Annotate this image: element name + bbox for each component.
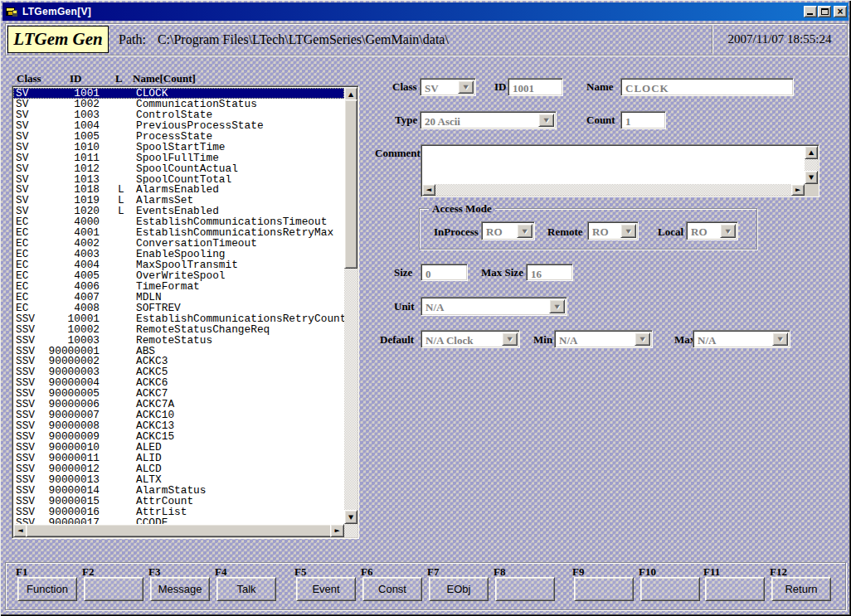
chevron-down-icon[interactable]: ▼ <box>635 332 650 346</box>
remote-combobox[interactable]: RO ▼ <box>587 221 639 240</box>
list-item[interactable]: SSV90000016AttrList <box>13 507 344 517</box>
list-item[interactable]: EC4007MDLN <box>13 292 344 303</box>
list-item[interactable]: SSV90000008ACKC13 <box>13 420 344 431</box>
list-item[interactable]: SV1019LAlarmsSet <box>13 195 344 206</box>
list-item[interactable]: SV1004PreviousProcessState <box>13 120 344 131</box>
list-item[interactable]: SSV90000012ALCD <box>13 463 344 474</box>
fkey-button-f10[interactable] <box>640 577 700 601</box>
chevron-down-icon[interactable]: ▼ <box>458 80 474 94</box>
list-item[interactable]: EC4001EstablishCommunicationsRetryMax <box>13 227 344 238</box>
list-item[interactable]: EC4008SOFTREV <box>13 303 344 313</box>
comment-vertical-scrollbar[interactable]: ▲ ▼ <box>805 146 818 184</box>
list-cell: ACKC5 <box>136 366 168 377</box>
scroll-right-icon[interactable]: ► <box>330 524 344 537</box>
vertical-scroll-thumb[interactable] <box>344 99 357 269</box>
list-item[interactable]: SSV90000014AlarmStatus <box>13 485 344 496</box>
min-combobox[interactable]: N/A ▼ <box>554 330 653 348</box>
chevron-down-icon[interactable]: ▼ <box>772 332 788 346</box>
list-item[interactable]: SSV90000001ABS <box>13 346 344 357</box>
list-item[interactable]: SSV10002RemoteStatusChangeReq <box>13 324 344 335</box>
list-item[interactable]: SSV90000005ACKC7 <box>13 388 344 399</box>
fkey-button-f6[interactable]: Const <box>362 577 422 601</box>
chevron-down-icon[interactable]: ▼ <box>620 224 636 238</box>
list-item[interactable]: EC4000EstablishCommunicationsTimeout <box>13 216 344 227</box>
type-combobox[interactable]: 20 Ascii ▼ <box>420 111 557 129</box>
list-item[interactable]: SV1001CLOCK <box>13 88 344 99</box>
list-item[interactable]: SV1005ProcessState <box>13 131 344 142</box>
list-item[interactable]: EC4006TimeFormat <box>13 281 344 292</box>
comment-horizontal-scrollbar[interactable]: ◄ ► <box>422 184 805 196</box>
list-cell: SSV <box>16 346 46 357</box>
fkey-button-f12[interactable]: Return <box>771 577 831 601</box>
close-button[interactable]: × <box>834 6 847 17</box>
list-item[interactable]: SSV10003RemoteStatus <box>13 335 344 346</box>
list-item[interactable]: EC4003EnableSpooling <box>13 249 344 259</box>
chevron-down-icon[interactable]: ▼ <box>549 299 565 313</box>
list-item[interactable]: SSV90000015AttrCount <box>13 496 344 507</box>
comment-text[interactable] <box>423 147 804 183</box>
variable-listbox[interactable]: SV1001CLOCKSV1002CommunicationStatusSV10… <box>12 85 359 539</box>
list-item[interactable]: SV1018LAlarmsEnabled <box>13 184 344 195</box>
list-horizontal-scrollbar[interactable]: ◄ ► <box>13 524 344 537</box>
list-item[interactable]: SSV90000003ACKC5 <box>13 366 344 377</box>
list-item[interactable]: SSV10001EstablishCommunicationsRetryCoun… <box>13 313 344 324</box>
chevron-down-icon[interactable]: ▼ <box>538 114 554 127</box>
inprocess-combobox[interactable]: RO ▼ <box>481 221 535 240</box>
list-cell: SSV <box>16 313 46 324</box>
unit-combobox[interactable]: N/A ▼ <box>421 297 567 316</box>
fkey-button-f1[interactable]: Function <box>17 577 77 601</box>
list-item[interactable]: SV1002CommunicationStatus <box>13 99 344 109</box>
list-item[interactable]: SSV90000002ACKC3 <box>13 356 344 366</box>
list-item[interactable]: SSV90000017CCODE <box>13 517 344 525</box>
class-combobox[interactable]: SV ▼ <box>420 78 476 96</box>
name-field[interactable]: CLOCK <box>620 78 794 96</box>
fkey-button-f9[interactable] <box>574 577 634 601</box>
list-item[interactable]: SV1003ControlState <box>13 109 344 120</box>
list-item[interactable]: SV1013SpoolCountTotal <box>13 174 344 185</box>
scroll-down-icon[interactable]: ▼ <box>805 171 818 184</box>
list-cell: 4001 <box>46 227 100 238</box>
list-item[interactable]: SV1011SpoolFullTime <box>13 153 344 163</box>
scroll-left-icon[interactable]: ◄ <box>422 184 435 196</box>
size-field[interactable]: 0 <box>421 264 468 281</box>
scroll-right-icon[interactable]: ► <box>791 184 805 196</box>
list-item[interactable]: EC4002ConversationTimeout <box>13 238 344 249</box>
local-combobox[interactable]: RO ▼ <box>686 221 738 240</box>
list-item[interactable]: SV1012SpoolCountActual <box>13 163 344 174</box>
list-item[interactable]: SSV90000009ACKC15 <box>13 431 344 442</box>
count-field[interactable]: 1 <box>620 111 666 129</box>
fkey-button-f7[interactable]: EObj <box>429 577 489 601</box>
fkey-button-f2[interactable] <box>84 577 143 601</box>
max-combobox[interactable]: N/A ▼ <box>693 330 790 348</box>
list-item[interactable]: EC4005OverWriteSpool <box>13 270 344 281</box>
id-field[interactable]: 1001 <box>508 78 563 96</box>
comment-textarea[interactable]: ▲ ▼ ◄ ► <box>421 144 819 197</box>
chevron-down-icon[interactable]: ▼ <box>720 224 736 238</box>
list-item[interactable]: SSV90000013ALTX <box>13 474 344 485</box>
list-item[interactable]: SV1020LEventsEnabled <box>13 206 344 216</box>
max-size-field[interactable]: 16 <box>526 264 573 281</box>
fkey-button-f3[interactable]: Message <box>150 577 210 601</box>
fkey-button-f11[interactable] <box>705 577 765 601</box>
default-combobox[interactable]: N/A Clock ▼ <box>421 330 520 348</box>
fkey-button-f8[interactable] <box>495 577 555 601</box>
fkey-button-f4[interactable]: Talk <box>216 577 276 601</box>
list-item[interactable]: SSV90000011ALID <box>13 453 344 463</box>
minimize-button[interactable] <box>804 6 817 17</box>
list-item[interactable]: SSV90000010ALED <box>13 442 344 453</box>
maximize-button[interactable] <box>818 6 831 17</box>
unit-value: N/A <box>426 301 444 314</box>
fkey-button-f5[interactable]: Event <box>296 577 356 601</box>
list-item[interactable]: SSV90000007ACKC10 <box>13 410 344 420</box>
list-item[interactable]: SV1010SpoolStartTime <box>13 142 344 153</box>
list-item[interactable]: SSV90000004ACKC6 <box>13 377 344 388</box>
list-vertical-scrollbar[interactable]: ▲ ▼ <box>344 87 357 524</box>
list-item[interactable]: EC4004MaxSpoolTransmit <box>13 259 344 270</box>
scroll-up-icon[interactable]: ▲ <box>805 146 818 159</box>
list-cell: EC <box>16 281 46 292</box>
horizontal-scroll-thumb[interactable] <box>26 524 332 537</box>
chevron-down-icon[interactable]: ▼ <box>517 224 532 238</box>
list-item[interactable]: SSV90000006ACKC7A <box>13 399 344 410</box>
scroll-down-icon[interactable]: ▼ <box>344 510 357 524</box>
chevron-down-icon[interactable]: ▼ <box>502 332 518 346</box>
